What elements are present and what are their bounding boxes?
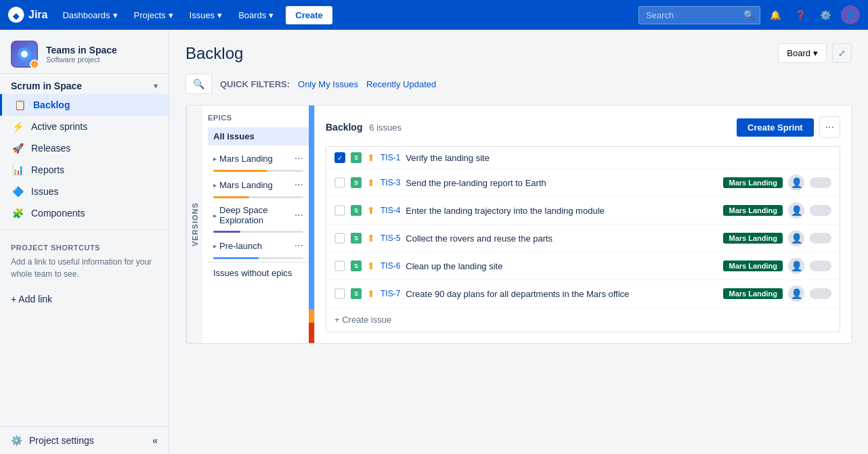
issues-without-epics[interactable]: Issues without epics xyxy=(208,262,309,283)
issue-checkbox[interactable] xyxy=(334,260,345,271)
issue-key[interactable]: TIS-3 xyxy=(381,178,400,187)
issue-toggle[interactable] xyxy=(810,288,831,299)
table-row[interactable]: S ⬆ TIS-4 Enter the landing trajectory i… xyxy=(326,197,840,225)
filter-search-button[interactable]: 🔍 xyxy=(186,74,212,94)
create-issue-row[interactable]: + Create issue xyxy=(326,308,840,332)
issue-epic-tag[interactable]: Mars Landing xyxy=(723,233,783,244)
epic-chevron-icon xyxy=(213,155,217,162)
issue-toggle[interactable] xyxy=(810,260,831,271)
chevron-down-icon xyxy=(169,10,173,20)
issue-priority-icon: ⬆ xyxy=(367,260,375,271)
backlog-count: 6 issues xyxy=(369,122,402,133)
quick-filters-label: QUICK FILTERS: xyxy=(220,79,290,89)
sidebar-item-label: Releases xyxy=(31,143,70,154)
main-content: Backlog Board ⤢ 🔍 QUICK FILTERS: Only My… xyxy=(169,30,868,454)
epic-more-button[interactable]: ··· xyxy=(295,240,303,252)
sidebar-item-issues[interactable]: 🔷 Issues xyxy=(0,181,169,202)
issue-checkbox[interactable] xyxy=(334,205,345,216)
sidebar-item-releases[interactable]: 🚀 Releases xyxy=(0,137,169,159)
project-header[interactable]: ! Teams in Space Software project xyxy=(0,30,169,74)
backlog-title-area: Backlog 6 issues xyxy=(326,122,402,133)
project-name: Teams in Space xyxy=(46,45,158,55)
epic-more-button[interactable]: ··· xyxy=(295,179,303,191)
header-actions: Board ⤢ xyxy=(778,43,852,63)
issue-key[interactable]: TIS-4 xyxy=(381,206,400,215)
user-avatar[interactable]: 👤 xyxy=(841,5,860,24)
all-issues-filter[interactable]: All issues xyxy=(208,127,309,145)
search-input[interactable] xyxy=(638,6,760,24)
issue-epic-tag[interactable]: Mars Landing xyxy=(723,260,783,271)
issue-epic-tag[interactable]: Mars Landing xyxy=(723,205,783,216)
epic-more-button[interactable]: ··· xyxy=(295,152,303,164)
sidebar-item-components[interactable]: 🧩 Components xyxy=(0,202,169,224)
epic-item-1[interactable]: Mars Landing ··· xyxy=(208,148,309,168)
issue-checkbox[interactable] xyxy=(334,288,345,299)
epic-bar-fill xyxy=(213,231,240,233)
issue-list: ✓ S ⬆ TIS-1 Verify the landing site S ⬆ … xyxy=(326,146,840,332)
table-row[interactable]: S ⬆ TIS-3 Send the pre-landing report to… xyxy=(326,169,840,197)
shortcuts-desc: Add a link to useful information for you… xyxy=(11,256,158,280)
epics-panel: VERSIONS EPICS All issues Mars Landing ·… xyxy=(186,106,315,343)
boards-menu[interactable]: Boards xyxy=(232,6,280,24)
issue-toggle[interactable] xyxy=(810,177,831,188)
backlog-actions: Create Sprint ··· xyxy=(737,116,840,138)
issue-type-story-icon: S xyxy=(351,205,362,216)
issue-toggle[interactable] xyxy=(810,233,831,244)
chevron-down-icon xyxy=(269,10,274,20)
backlog-icon: 📋 xyxy=(13,99,26,110)
epic-bar-fill xyxy=(213,196,249,198)
table-row[interactable]: S ⬆ TIS-6 Clean up the landing site Mars… xyxy=(326,252,840,280)
help-button[interactable]: ❓ xyxy=(791,6,810,24)
issues-menu[interactable]: Issues xyxy=(183,6,230,24)
issue-priority-icon: ⬆ xyxy=(367,288,375,299)
issue-checkbox[interactable] xyxy=(334,233,345,244)
epic-item-3[interactable]: Deep Space Exploration ··· xyxy=(208,201,309,229)
recently-updated-filter[interactable]: Recently Updated xyxy=(366,79,436,89)
epic-item-4[interactable]: Pre-launch ··· xyxy=(208,235,309,256)
epics-title: EPICS xyxy=(208,114,309,122)
dashboards-menu[interactable]: Dashboards xyxy=(56,6,124,24)
issue-assignee: 👤 xyxy=(788,286,804,302)
table-row[interactable]: S ⬆ TIS-5 Collect the rovers and reuse t… xyxy=(326,225,840,252)
backlog-more-button[interactable]: ··· xyxy=(819,116,840,138)
create-sprint-button[interactable]: Create Sprint xyxy=(737,118,814,137)
settings-label: ⚙️ Project settings xyxy=(11,435,94,446)
sidebar-divider xyxy=(0,229,169,230)
settings-button[interactable]: ⚙️ xyxy=(816,6,836,24)
version-indicator xyxy=(309,106,314,343)
notifications-button[interactable]: 🔔 xyxy=(766,6,785,24)
split-panel: VERSIONS EPICS All issues Mars Landing ·… xyxy=(186,105,852,344)
issue-checkbox[interactable]: ✓ xyxy=(334,152,345,163)
issue-toggle[interactable] xyxy=(810,205,831,216)
chevron-down-icon xyxy=(813,48,818,58)
sidebar-item-backlog[interactable]: 📋 Backlog xyxy=(0,94,169,116)
only-my-issues-filter[interactable]: Only My Issues xyxy=(298,79,358,89)
issue-key[interactable]: TIS-6 xyxy=(381,261,400,271)
board-button[interactable]: Board xyxy=(778,43,827,63)
issue-key[interactable]: TIS-5 xyxy=(381,233,400,243)
issue-checkbox[interactable] xyxy=(334,177,345,188)
project-settings-button[interactable]: ⚙️ Project settings « xyxy=(0,426,169,454)
sidebar-scrum-section[interactable]: Scrum in Space xyxy=(0,74,169,94)
issue-epic-tag[interactable]: Mars Landing xyxy=(723,288,783,299)
issue-key[interactable]: TIS-1 xyxy=(381,153,400,162)
epic-bar-fill xyxy=(213,170,267,172)
table-row[interactable]: ✓ S ⬆ TIS-1 Verify the landing site xyxy=(326,147,840,169)
epic-more-button[interactable]: ··· xyxy=(295,209,303,221)
table-row[interactable]: S ⬆ TIS-7 Create 90 day plans for all de… xyxy=(326,280,840,308)
add-link-button[interactable]: + Add link xyxy=(0,288,169,310)
sidebar-item-reports[interactable]: 📊 Reports xyxy=(0,159,169,181)
versions-label[interactable]: VERSIONS xyxy=(186,106,202,343)
epic-item-2[interactable]: Mars Landing ··· xyxy=(208,175,309,195)
issue-epic-tag[interactable]: Mars Landing xyxy=(723,177,783,188)
project-info: Teams in Space Software project xyxy=(46,45,158,64)
jira-logo[interactable]: Jira xyxy=(8,7,47,23)
fullscreen-button[interactable]: ⤢ xyxy=(832,43,852,63)
projects-menu[interactable]: Projects xyxy=(127,6,180,24)
logo-text: Jira xyxy=(28,9,47,21)
create-button[interactable]: Create xyxy=(286,6,332,24)
sidebar-item-active-sprints[interactable]: ⚡ Active sprints xyxy=(0,116,169,137)
issue-priority-icon: ⬆ xyxy=(367,205,375,216)
issue-assignee: 👤 xyxy=(788,258,804,274)
issue-key[interactable]: TIS-7 xyxy=(381,289,400,298)
